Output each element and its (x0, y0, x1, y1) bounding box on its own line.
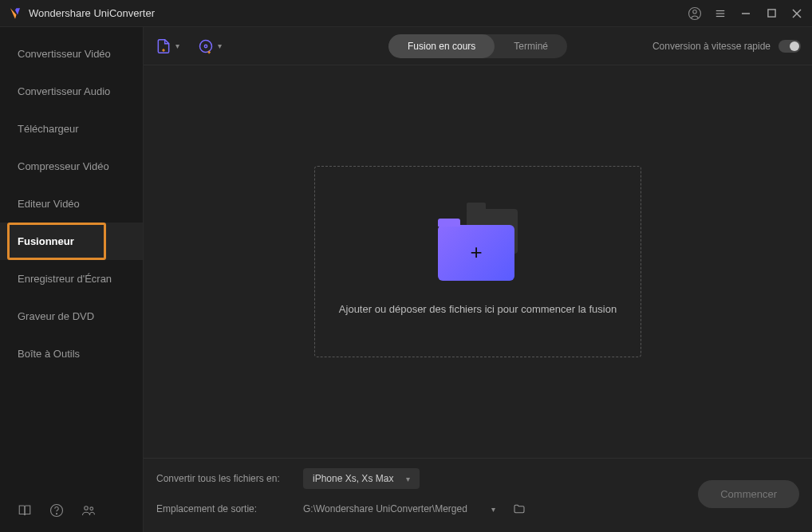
output-label: Emplacement de sortie: (156, 503, 292, 514)
main: Convertisseur Vidéo Convertisseur Audio … (0, 27, 812, 532)
book-icon[interactable] (18, 503, 32, 518)
app-title: Wondershare UniConverter (29, 7, 688, 19)
toolbar: ▾ ▾ Fusion en cours Terminé Conversion à… (144, 27, 812, 65)
tab-label: Fusion en cours (408, 41, 475, 52)
menu-icon[interactable] (713, 6, 727, 21)
sidebar-item-label: Compresseur Vidéo (18, 160, 109, 172)
help-icon[interactable] (49, 503, 64, 518)
minimize-icon[interactable] (739, 6, 753, 21)
svg-point-10 (57, 514, 57, 514)
bottombar: Convertir tous les fichiers en: iPhone X… (144, 458, 812, 532)
sidebar-item-label: Enregistreur d'Écran (18, 273, 112, 285)
convert-value: iPhone Xs, Xs Max (313, 473, 393, 484)
community-icon[interactable] (81, 503, 96, 518)
titlebar: Wondershare UniConverter (0, 0, 812, 27)
open-folder-icon[interactable] (513, 502, 526, 515)
sidebar-footer (0, 491, 143, 532)
sidebar-item-audio-converter[interactable]: Convertisseur Audio (0, 73, 143, 110)
sidebar-item-label: Convertisseur Audio (18, 85, 110, 97)
dropzone-text: Ajouter ou déposer des fichiers ici pour… (339, 303, 617, 315)
output-path[interactable]: G:\Wondershare UniConverter\Merged ▾ (303, 499, 495, 519)
sidebar-item-downloader[interactable]: Téléchargeur (0, 110, 143, 148)
sidebar-item-label: Convertisseur Vidéo (18, 48, 111, 60)
svg-point-16 (204, 45, 207, 47)
sidebar-item-merger[interactable]: Fusionneur (0, 223, 143, 260)
sidebar-items: Convertisseur Vidéo Convertisseur Audio … (0, 27, 143, 491)
maximize-icon[interactable] (764, 6, 778, 21)
add-disc-icon[interactable] (197, 37, 215, 55)
close-icon[interactable] (790, 6, 804, 21)
tab-finished[interactable]: Terminé (495, 34, 567, 58)
svg-point-12 (90, 507, 93, 510)
sidebar-item-label: Editeur Vidéo (18, 198, 80, 210)
tab-merging[interactable]: Fusion en cours (388, 34, 495, 58)
sidebar-item-editor[interactable]: Editeur Vidéo (0, 185, 143, 223)
start-button[interactable]: Commencer (698, 480, 799, 508)
speed-toggle-group: Conversion à vitesse rapide (652, 40, 801, 53)
sidebar-item-video-converter[interactable]: Convertisseur Vidéo (0, 35, 143, 73)
toolbar-tabs: Fusion en cours Terminé (388, 34, 567, 58)
account-icon[interactable] (688, 6, 702, 21)
speed-toggle[interactable] (778, 40, 801, 53)
dropzone[interactable]: + Ajouter ou déposer des fichiers ici po… (314, 166, 641, 357)
canvas: + Ajouter ou déposer des fichiers ici po… (144, 65, 812, 458)
sidebar-item-label: Graveur de DVD (18, 310, 94, 322)
output-row: Emplacement de sortie: G:\Wondershare Un… (156, 499, 698, 519)
chevron-down-icon: ▾ (491, 505, 495, 514)
svg-point-1 (693, 10, 697, 14)
sidebar-item-label: Boîte à Outils (18, 348, 80, 360)
output-value: G:\Wondershare UniConverter\Merged (303, 503, 467, 514)
speed-label: Conversion à vitesse rapide (652, 41, 771, 52)
content: ▾ ▾ Fusion en cours Terminé Conversion à… (144, 27, 812, 532)
convert-row: Convertir tous les fichiers en: iPhone X… (156, 468, 698, 489)
sidebar-item-label: Fusionneur (18, 235, 74, 247)
sidebar-item-dvd-burner[interactable]: Graveur de DVD (0, 298, 143, 335)
start-label: Commencer (720, 488, 777, 500)
titlebar-controls (688, 6, 804, 21)
convert-label: Convertir tous les fichiers en: (156, 473, 292, 484)
app-logo-icon (8, 6, 22, 21)
chevron-down-icon[interactable]: ▾ (218, 41, 222, 50)
chevron-down-icon[interactable]: ▾ (175, 41, 179, 50)
folder-icon: + (438, 209, 518, 281)
sidebar-item-label: Téléchargeur (18, 123, 79, 135)
convert-format-select[interactable]: iPhone Xs, Xs Max ▾ (303, 468, 420, 489)
svg-point-15 (200, 40, 212, 52)
sidebar-item-toolbox[interactable]: Boîte à Outils (0, 335, 143, 372)
svg-point-11 (85, 506, 89, 510)
chevron-down-icon: ▾ (406, 475, 410, 483)
sidebar-item-compressor[interactable]: Compresseur Vidéo (0, 148, 143, 185)
sidebar: Convertisseur Vidéo Convertisseur Audio … (0, 27, 144, 532)
tab-label: Terminé (514, 41, 548, 52)
add-file-icon[interactable] (155, 37, 172, 55)
plus-icon: + (470, 240, 482, 265)
sidebar-item-recorder[interactable]: Enregistreur d'Écran (0, 260, 143, 298)
svg-rect-6 (767, 10, 775, 17)
